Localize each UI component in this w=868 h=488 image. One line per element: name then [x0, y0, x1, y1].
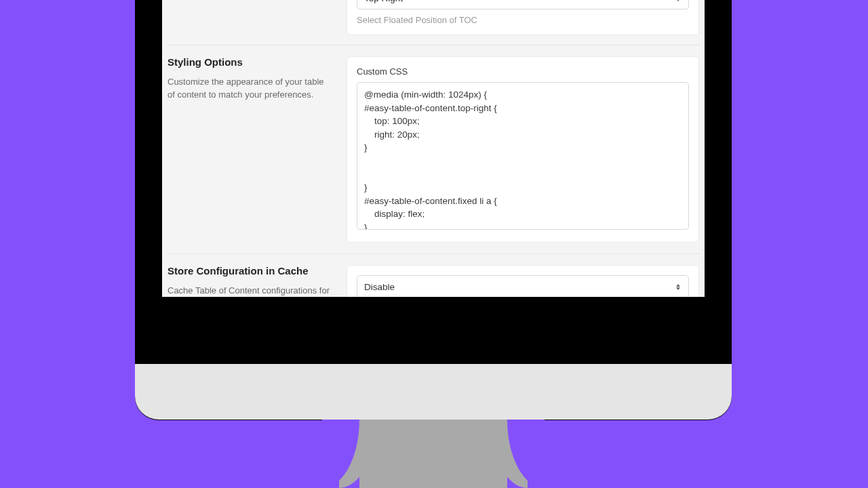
chevron-updown-icon [676, 0, 683, 3]
floated-position-select[interactable]: Top Right [357, 0, 689, 9]
custom-css-label: Custom CSS [357, 66, 689, 77]
floated-position-value: Top Right [364, 0, 403, 3]
styling-title: Styling Options [167, 56, 333, 68]
cache-title: Store Configuration in Cache [167, 265, 333, 277]
chevron-updown-icon [676, 282, 683, 291]
cache-desc: Cache Table of Content configurations fo… [167, 285, 333, 297]
cache-select-value: Disable [364, 282, 395, 292]
custom-css-input[interactable] [357, 82, 689, 230]
styling-desc: Customize the appearance of your table o… [167, 76, 333, 102]
floated-position-help: Select Floated Position of TOC [357, 15, 689, 25]
cache-select[interactable]: Disable [357, 275, 689, 297]
